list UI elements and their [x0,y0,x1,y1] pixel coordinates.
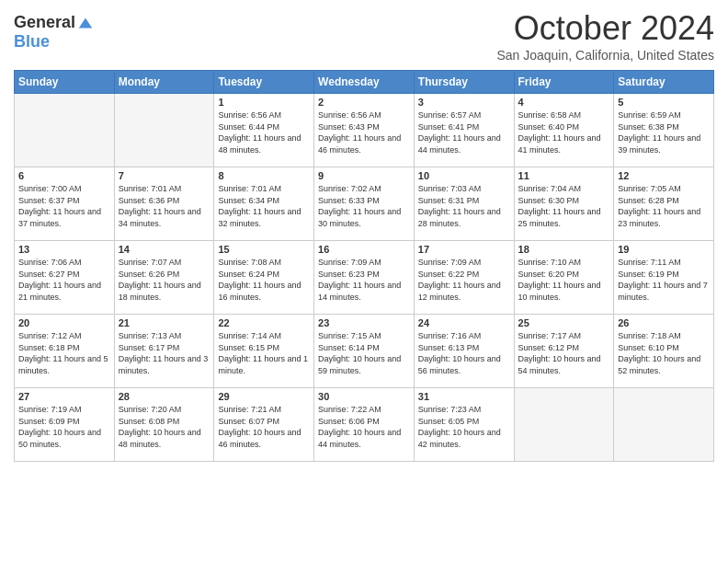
calendar-cell: 17 Sunrise: 7:09 AMSunset: 6:22 PMDaylig… [414,241,514,315]
day-number: 6 [18,170,110,181]
day-number: 17 [418,244,510,255]
day-number: 2 [318,97,410,108]
calendar-cell [614,388,714,462]
day-info: Sunrise: 7:11 AMSunset: 6:19 PMDaylight:… [618,257,710,303]
logo-general-text: General [14,13,75,32]
calendar-cell: 9 Sunrise: 7:02 AMSunset: 6:33 PMDayligh… [314,167,415,241]
day-info: Sunrise: 7:18 AMSunset: 6:10 PMDaylight:… [618,330,710,376]
day-info: Sunrise: 6:57 AMSunset: 6:41 PMDaylight:… [418,109,510,155]
calendar-cell: 27 Sunrise: 7:19 AMSunset: 6:09 PMDaylig… [15,388,115,462]
calendar-cell: 1 Sunrise: 6:56 AMSunset: 6:44 PMDayligh… [214,94,314,167]
calendar-cell: 30 Sunrise: 7:22 AMSunset: 6:06 PMDaylig… [314,388,415,462]
calendar-cell: 7 Sunrise: 7:01 AMSunset: 6:36 PMDayligh… [114,167,214,241]
calendar-cell: 29 Sunrise: 7:21 AMSunset: 6:07 PMDaylig… [214,388,314,462]
day-number: 13 [18,244,110,255]
header-area: General Blue October 2024 San Joaquin, C… [14,9,714,63]
day-number: 14 [119,244,210,255]
calendar-cell: 26 Sunrise: 7:18 AMSunset: 6:10 PMDaylig… [614,315,714,388]
svg-marker-0 [79,17,92,28]
calendar-cell: 10 Sunrise: 7:03 AMSunset: 6:31 PMDaylig… [414,167,514,241]
calendar-cell [514,388,614,462]
day-info: Sunrise: 7:12 AMSunset: 6:18 PMDaylight:… [18,330,110,376]
day-number: 3 [418,97,510,108]
day-info: Sunrise: 7:09 AMSunset: 6:22 PMDaylight:… [418,257,510,303]
weekday-header-wednesday: Wednesday [314,71,415,94]
logo-blue-text: Blue [14,32,50,52]
day-info: Sunrise: 7:16 AMSunset: 6:13 PMDaylight:… [418,330,510,376]
day-info: Sunrise: 7:22 AMSunset: 6:06 PMDaylight:… [318,404,410,450]
weekday-header-monday: Monday [114,71,214,94]
calendar-cell: 18 Sunrise: 7:10 AMSunset: 6:20 PMDaylig… [514,241,614,315]
day-info: Sunrise: 7:08 AMSunset: 6:24 PMDaylight:… [218,257,310,303]
day-number: 31 [418,391,510,402]
calendar-cell: 15 Sunrise: 7:08 AMSunset: 6:24 PMDaylig… [214,241,314,315]
calendar-cell [114,94,214,167]
day-number: 5 [618,97,710,108]
day-number: 12 [618,170,710,181]
day-info: Sunrise: 7:20 AMSunset: 6:08 PMDaylight:… [119,404,210,450]
day-info: Sunrise: 6:58 AMSunset: 6:40 PMDaylight:… [518,109,610,155]
calendar-cell: 5 Sunrise: 6:59 AMSunset: 6:38 PMDayligh… [614,94,714,167]
calendar-cell: 11 Sunrise: 7:04 AMSunset: 6:30 PMDaylig… [514,167,614,241]
day-number: 10 [418,170,510,181]
calendar-cell: 21 Sunrise: 7:13 AMSunset: 6:17 PMDaylig… [114,315,214,388]
calendar-cell: 23 Sunrise: 7:15 AMSunset: 6:14 PMDaylig… [314,315,415,388]
calendar-table: SundayMondayTuesdayWednesdayThursdayFrid… [14,70,714,462]
day-info: Sunrise: 7:01 AMSunset: 6:36 PMDaylight:… [119,183,210,229]
day-number: 26 [618,317,710,328]
day-number: 29 [218,391,310,402]
calendar-cell: 2 Sunrise: 6:56 AMSunset: 6:43 PMDayligh… [314,94,415,167]
day-number: 16 [318,244,410,255]
location-title: San Joaquin, California, United States [496,48,714,63]
calendar-cell: 25 Sunrise: 7:17 AMSunset: 6:12 PMDaylig… [514,315,614,388]
day-number: 19 [618,244,710,255]
day-number: 28 [119,391,210,402]
day-info: Sunrise: 7:03 AMSunset: 6:31 PMDaylight:… [418,183,510,229]
day-info: Sunrise: 7:21 AMSunset: 6:07 PMDaylight:… [218,404,310,450]
day-info: Sunrise: 7:04 AMSunset: 6:30 PMDaylight:… [518,183,610,229]
day-number: 18 [518,244,610,255]
calendar-cell: 12 Sunrise: 7:05 AMSunset: 6:28 PMDaylig… [614,167,714,241]
day-info: Sunrise: 7:06 AMSunset: 6:27 PMDaylight:… [18,257,110,303]
day-info: Sunrise: 7:02 AMSunset: 6:33 PMDaylight:… [318,183,410,229]
day-number: 8 [218,170,310,181]
day-number: 15 [218,244,310,255]
month-title: October 2024 [496,9,714,48]
day-info: Sunrise: 6:56 AMSunset: 6:43 PMDaylight:… [318,109,410,155]
weekday-header-sunday: Sunday [15,71,115,94]
calendar-cell: 28 Sunrise: 7:20 AMSunset: 6:08 PMDaylig… [114,388,214,462]
day-info: Sunrise: 7:00 AMSunset: 6:37 PMDaylight:… [18,183,110,229]
day-info: Sunrise: 6:59 AMSunset: 6:38 PMDaylight:… [618,109,710,155]
day-number: 23 [318,317,410,328]
day-number: 20 [18,317,110,328]
calendar-week-row: 20 Sunrise: 7:12 AMSunset: 6:18 PMDaylig… [15,315,714,388]
day-info: Sunrise: 7:17 AMSunset: 6:12 PMDaylight:… [518,330,610,376]
calendar-cell: 22 Sunrise: 7:14 AMSunset: 6:15 PMDaylig… [214,315,314,388]
calendar-cell: 4 Sunrise: 6:58 AMSunset: 6:40 PMDayligh… [514,94,614,167]
day-number: 4 [518,97,610,108]
day-number: 11 [518,170,610,181]
calendar-cell: 31 Sunrise: 7:23 AMSunset: 6:05 PMDaylig… [414,388,514,462]
calendar-header-row: SundayMondayTuesdayWednesdayThursdayFrid… [15,71,714,94]
day-number: 30 [318,391,410,402]
day-info: Sunrise: 7:05 AMSunset: 6:28 PMDaylight:… [618,183,710,229]
calendar-cell: 3 Sunrise: 6:57 AMSunset: 6:41 PMDayligh… [414,94,514,167]
calendar-week-row: 1 Sunrise: 6:56 AMSunset: 6:44 PMDayligh… [15,94,714,167]
calendar-cell: 16 Sunrise: 7:09 AMSunset: 6:23 PMDaylig… [314,241,415,315]
calendar-cell: 20 Sunrise: 7:12 AMSunset: 6:18 PMDaylig… [15,315,115,388]
calendar-cell: 8 Sunrise: 7:01 AMSunset: 6:34 PMDayligh… [214,167,314,241]
day-info: Sunrise: 7:07 AMSunset: 6:26 PMDaylight:… [119,257,210,303]
day-info: Sunrise: 7:10 AMSunset: 6:20 PMDaylight:… [518,257,610,303]
day-info: Sunrise: 7:14 AMSunset: 6:15 PMDaylight:… [218,330,310,376]
day-info: Sunrise: 7:01 AMSunset: 6:34 PMDaylight:… [218,183,310,229]
day-info: Sunrise: 6:56 AMSunset: 6:44 PMDaylight:… [218,109,310,155]
weekday-header-tuesday: Tuesday [214,71,314,94]
day-info: Sunrise: 7:15 AMSunset: 6:14 PMDaylight:… [318,330,410,376]
day-info: Sunrise: 7:09 AMSunset: 6:23 PMDaylight:… [318,257,410,303]
logo: General Blue [14,9,94,52]
calendar-cell [15,94,115,167]
weekday-header-friday: Friday [514,71,614,94]
calendar-week-row: 27 Sunrise: 7:19 AMSunset: 6:09 PMDaylig… [15,388,714,462]
day-number: 27 [18,391,110,402]
title-area: October 2024 San Joaquin, California, Un… [496,9,714,63]
